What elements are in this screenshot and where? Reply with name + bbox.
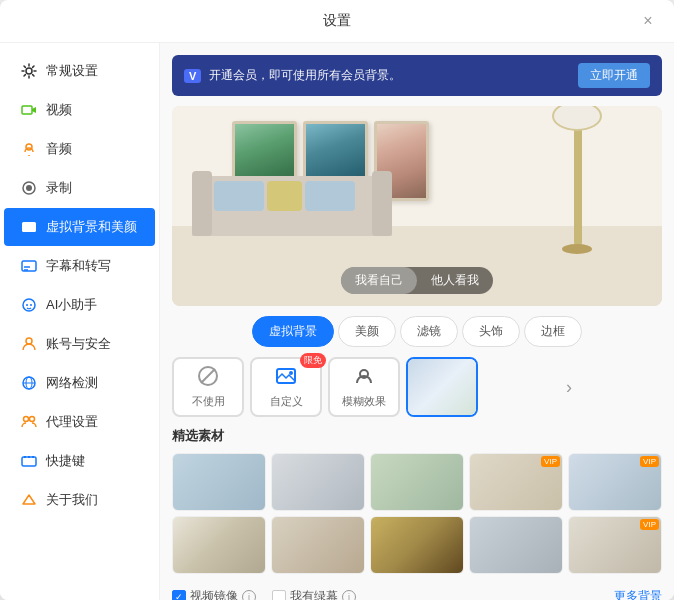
- bg-option-icon-none: [197, 365, 219, 392]
- sidebar-item-virtual-bg[interactable]: 虚拟背景和美颜: [4, 208, 155, 246]
- bg-option-none[interactable]: 不使用: [172, 357, 244, 417]
- tabs-row: 虚拟背景美颜滤镜头饰边框: [172, 316, 662, 347]
- material-item-mat9[interactable]: [469, 516, 563, 574]
- video-icon: [20, 101, 38, 119]
- bg-thumb-preset1[interactable]: [406, 357, 478, 417]
- sidebar-item-account[interactable]: 账号与安全: [4, 325, 155, 363]
- mirror-info-icon[interactable]: i: [242, 590, 256, 601]
- about-icon: [20, 491, 38, 509]
- checkbox-box-green[interactable]: [272, 590, 286, 601]
- ai-label: AI小助手: [46, 296, 97, 314]
- title-bar: 设置 ×: [0, 0, 674, 43]
- audio-label: 音频: [46, 140, 72, 158]
- sidebar-item-record[interactable]: 录制: [4, 169, 155, 207]
- sofa-arm-left: [192, 171, 212, 236]
- material-item-mat5[interactable]: VIP: [568, 453, 662, 511]
- svg-point-18: [30, 417, 35, 422]
- more-backgrounds-link[interactable]: 更多背景: [614, 588, 662, 600]
- svg-rect-1: [22, 106, 32, 114]
- preview-area: 我看自己 他人看我: [172, 106, 662, 306]
- bg-option-icon-blur: [353, 365, 375, 392]
- material-item-mat8[interactable]: [370, 516, 464, 574]
- tab-head-decor[interactable]: 头饰: [462, 316, 520, 347]
- bg-thumb-img-preset1: [408, 359, 476, 415]
- vip-banner: V 开通会员，即可使用所有会员背景。 立即开通: [172, 55, 662, 96]
- green-screen-checkbox[interactable]: 我有绿幕 i: [272, 588, 356, 600]
- tab-virtual-bg[interactable]: 虚拟背景: [252, 316, 334, 347]
- material-grid: VIPVIPVIP: [172, 453, 662, 574]
- material-item-mat3[interactable]: [370, 453, 464, 511]
- bg-options-row: 不使用限免自定义模糊效果›: [172, 357, 662, 417]
- sidebar: 常规设置视频音频录制虚拟背景和美颜字幕和转写AI小助手账号与安全网络检测代理设置…: [0, 43, 160, 600]
- material-item-mat4[interactable]: VIP: [469, 453, 563, 511]
- proxy-label: 代理设置: [46, 413, 98, 431]
- network-icon: [20, 374, 38, 392]
- bg-option-custom[interactable]: 限免自定义: [250, 357, 322, 417]
- bg-option-blur[interactable]: 模糊效果: [328, 357, 400, 417]
- tab-filter[interactable]: 滤镜: [400, 316, 458, 347]
- tab-beauty[interactable]: 美颜: [338, 316, 396, 347]
- cushion-1: [214, 181, 264, 211]
- sidebar-item-subtitle[interactable]: 字幕和转写: [4, 247, 155, 285]
- svg-rect-6: [22, 222, 36, 232]
- view-self-button[interactable]: 我看自己: [341, 267, 417, 294]
- ai-icon: [20, 296, 38, 314]
- view-toggle: 我看自己 他人看我: [341, 267, 493, 294]
- tab-frame[interactable]: 边框: [524, 316, 582, 347]
- sidebar-item-shortcuts[interactable]: 快捷键: [4, 442, 155, 480]
- checkbox-box-mirror[interactable]: ✓: [172, 590, 186, 601]
- material-item-mat1[interactable]: [172, 453, 266, 511]
- bg-thumb-preset2[interactable]: [484, 357, 556, 417]
- bg-option-label-none: 不使用: [192, 394, 225, 409]
- lamp-base: [562, 244, 592, 254]
- vip-badge-mat5: VIP: [640, 456, 659, 467]
- room-floor: [172, 226, 662, 306]
- svg-line-25: [201, 369, 215, 383]
- svg-point-0: [26, 68, 32, 74]
- sidebar-item-general[interactable]: 常规设置: [4, 52, 155, 90]
- general-label: 常规设置: [46, 62, 98, 80]
- svg-point-11: [26, 304, 28, 306]
- svg-point-17: [24, 417, 29, 422]
- close-button[interactable]: ×: [638, 11, 658, 31]
- material-item-mat10[interactable]: VIP: [568, 516, 662, 574]
- green-screen-info-icon[interactable]: i: [342, 590, 356, 601]
- subtitle-icon: [20, 257, 38, 275]
- sofa-cushions: [192, 176, 392, 211]
- video-mirror-checkbox[interactable]: ✓ 视频镜像 i: [172, 588, 256, 600]
- shortcuts-label: 快捷键: [46, 452, 85, 470]
- subtitle-label: 字幕和转写: [46, 257, 111, 275]
- vip-badge-mat4: VIP: [541, 456, 560, 467]
- sidebar-item-about[interactable]: 关于我们: [4, 481, 155, 519]
- general-icon: [20, 62, 38, 80]
- vip-v-badge: V: [184, 69, 201, 83]
- virtual-bg-label: 虚拟背景和美颜: [46, 218, 137, 236]
- settings-dialog: 设置 × 常规设置视频音频录制虚拟背景和美颜字幕和转写AI小助手账号与安全网络检…: [0, 0, 674, 600]
- virtual-bg-icon: [20, 218, 38, 236]
- proxy-icon: [20, 413, 38, 431]
- record-label: 录制: [46, 179, 72, 197]
- svg-point-5: [26, 185, 32, 191]
- dialog-title: 设置: [323, 12, 351, 30]
- main-content: V 开通会员，即可使用所有会员背景。 立即开通: [160, 43, 674, 600]
- bottom-bar: ✓ 视频镜像 i 我有绿幕 i 更多背景: [172, 584, 662, 600]
- material-item-mat6[interactable]: [172, 516, 266, 574]
- content-area: 常规设置视频音频录制虚拟背景和美颜字幕和转写AI小助手账号与安全网络检测代理设置…: [0, 43, 674, 600]
- view-other-button[interactable]: 他人看我: [417, 267, 493, 294]
- bg-options-scroll-right[interactable]: ›: [562, 357, 576, 417]
- sofa: [192, 176, 392, 236]
- vip-badge-mat10: VIP: [640, 519, 659, 530]
- sidebar-item-network[interactable]: 网络检测: [4, 364, 155, 402]
- svg-point-13: [26, 338, 32, 344]
- sidebar-item-ai[interactable]: AI小助手: [4, 286, 155, 324]
- sidebar-item-video[interactable]: 视频: [4, 91, 155, 129]
- material-item-mat7[interactable]: [271, 516, 365, 574]
- svg-point-27: [289, 371, 293, 375]
- sidebar-item-audio[interactable]: 音频: [4, 130, 155, 168]
- sidebar-item-proxy[interactable]: 代理设置: [4, 403, 155, 441]
- about-label: 关于我们: [46, 491, 98, 509]
- bg-option-label-custom: 自定义: [270, 394, 303, 409]
- section-title: 精选素材: [172, 427, 662, 445]
- material-item-mat2[interactable]: [271, 453, 365, 511]
- vip-open-button[interactable]: 立即开通: [578, 63, 650, 88]
